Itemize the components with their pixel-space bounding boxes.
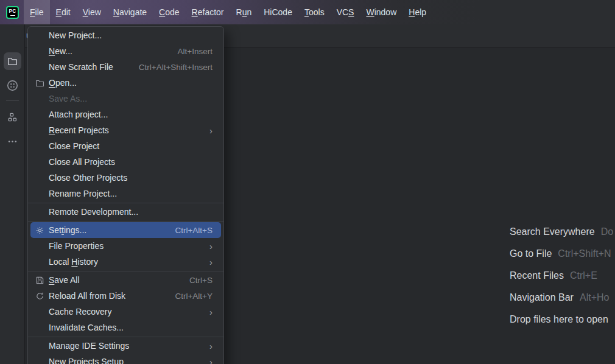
menu-window[interactable]: Window	[360, 0, 402, 24]
hint-navigation-bar: Navigation BarAlt+Ho	[510, 287, 613, 309]
empty-editor-shortcuts: Search EverywhereDo Go to FileCtrl+Shift…	[510, 221, 613, 331]
menu-view[interactable]: View	[77, 0, 107, 24]
menu-item-close-other-projects[interactable]: Close Other Projects	[28, 170, 223, 186]
folder-icon	[35, 78, 44, 88]
submenu-arrow-icon: ›	[209, 307, 213, 317]
hint-search-everywhere: Search EverywhereDo	[510, 221, 613, 243]
menu-item-local-history[interactable]: Local History›	[28, 254, 223, 270]
title-bar: PC File Edit View Navigate Code Refactor…	[0, 0, 615, 24]
main-menubar: File Edit View Navigate Code Refactor Ru…	[24, 0, 432, 24]
save-icon	[35, 275, 44, 285]
menu-item-new-projects-setup[interactable]: New Projects Setup›	[28, 354, 223, 364]
menu-item-manage-ide-settings[interactable]: Manage IDE Settings›	[28, 338, 223, 354]
more-tool-windows-button[interactable]	[4, 133, 21, 150]
menu-code[interactable]: Code	[153, 0, 185, 24]
menu-item-save-all[interactable]: Save All Ctrl+S	[28, 272, 223, 288]
project-tool-button[interactable]	[4, 52, 21, 70]
menu-help[interactable]: Help	[402, 0, 432, 24]
menu-item-reload-all-from-disk[interactable]: Reload All from Disk Ctrl+Alt+Y	[28, 288, 223, 304]
menu-refactor[interactable]: Refactor	[186, 0, 230, 24]
circle-dots-tool-button[interactable]	[4, 77, 21, 94]
menu-separator	[28, 221, 223, 222]
menu-item-new-scratch-file[interactable]: New Scratch FileCtrl+Alt+Shift+Insert	[28, 59, 223, 75]
menu-item-save-as: Save As...	[28, 91, 223, 107]
menu-file[interactable]: File	[24, 0, 50, 24]
stripe-divider	[6, 100, 19, 101]
menu-item-close-all-projects[interactable]: Close All Projects	[28, 154, 223, 170]
menu-item-remote-development[interactable]: Remote Development...	[28, 204, 223, 220]
hint-go-to-file: Go to FileCtrl+Shift+N	[510, 243, 613, 265]
menu-item-invalidate-caches[interactable]: Invalidate Caches...	[28, 320, 223, 335]
pycharm-logo-icon: PC	[6, 6, 19, 19]
menu-item-new-project[interactable]: New Project...	[28, 27, 223, 43]
menu-separator	[28, 271, 223, 271]
reload-icon	[35, 291, 44, 301]
menu-tools[interactable]: Tools	[298, 0, 331, 24]
submenu-arrow-icon: ›	[209, 242, 213, 251]
menu-item-cache-recovery[interactable]: Cache Recovery›	[28, 304, 223, 320]
menu-item-settings[interactable]: Settings... Ctrl+Alt+S	[30, 222, 221, 238]
circle-dots-icon	[7, 80, 18, 91]
menu-separator	[28, 203, 223, 203]
tool-window-stripe	[0, 24, 25, 364]
menu-separator	[28, 337, 223, 337]
folder-icon	[7, 56, 18, 66]
menu-item-rename-project[interactable]: Rename Project...	[28, 186, 223, 201]
gear-icon	[35, 225, 44, 235]
menu-hicode[interactable]: HiCode	[258, 0, 298, 24]
menu-item-open[interactable]: Open...	[28, 75, 223, 91]
menu-item-new[interactable]: New...Alt+Insert	[28, 43, 223, 59]
menu-item-close-project[interactable]: Close Project	[28, 138, 223, 154]
hint-drop-files: Drop files here to open	[510, 309, 613, 331]
menu-run[interactable]: Run	[230, 0, 258, 24]
submenu-arrow-icon: ›	[209, 257, 213, 267]
menu-item-file-properties[interactable]: File Properties›	[28, 238, 223, 254]
menu-navigate[interactable]: Navigate	[107, 0, 153, 24]
menu-item-attach-project[interactable]: Attach project...	[28, 107, 223, 122]
submenu-arrow-icon: ›	[209, 357, 213, 364]
menu-edit[interactable]: Edit	[50, 0, 77, 24]
menu-item-recent-projects[interactable]: Recent Projects›	[28, 122, 223, 138]
ellipsis-icon	[7, 136, 18, 147]
hint-recent-files: Recent FilesCtrl+E	[510, 265, 613, 287]
submenu-arrow-icon: ›	[209, 126, 213, 135]
file-menu-dropdown: New Project... New...Alt+Insert New Scra…	[27, 26, 224, 364]
structure-icon	[7, 112, 18, 122]
structure-tool-button[interactable]	[4, 108, 21, 126]
submenu-arrow-icon: ›	[209, 341, 213, 351]
menu-vcs[interactable]: VCS	[331, 0, 360, 24]
